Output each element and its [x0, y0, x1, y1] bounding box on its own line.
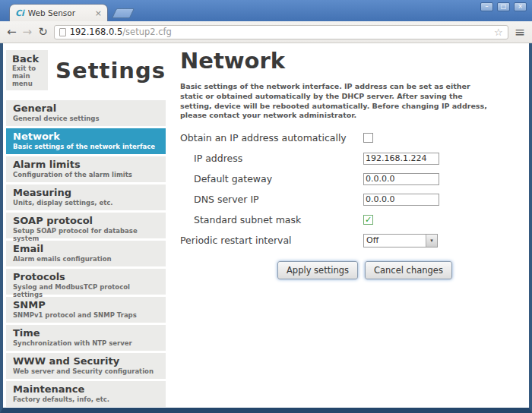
network-settings-panel: Network Basic settings of the network in… — [166, 43, 529, 408]
form-row-dns-server: DNS server IP — [180, 189, 499, 210]
page-description: Basic settings of the network interface.… — [180, 82, 496, 121]
field-label: DNS server IP — [180, 194, 363, 205]
sidebar-item-label: SOAP protocol — [13, 215, 159, 227]
sidebar-item-protocols[interactable]: Protocols Syslog and ModbusTCP protocol … — [6, 269, 166, 295]
sidebar-item-sublabel: Units, display settings, etc. — [13, 199, 159, 206]
bookmark-star-icon[interactable]: ☆ — [494, 27, 503, 38]
ip-address-input[interactable] — [363, 153, 439, 165]
back-sublabel: Exit to main menu — [12, 65, 42, 87]
sidebar-item-email[interactable]: Email Alarm emails configuration — [6, 241, 166, 266]
sidebar-item-sublabel: Web server and Security configuration — [13, 367, 159, 375]
browser-tab[interactable]: Ci Web Sensor × — [9, 4, 108, 21]
sidebar-item-sublabel: Factory defaults, info, etc. — [13, 396, 159, 403]
sidebar-item-network[interactable]: Network Basic settings of the network in… — [6, 128, 166, 154]
reload-icon[interactable]: ↻ — [38, 27, 48, 38]
sidebar-item-label: Time — [13, 327, 159, 339]
field-label: Default gateway — [180, 173, 363, 184]
sidebar-item-time[interactable]: Time Synchronization with NTP server — [6, 325, 166, 351]
default-gateway-input[interactable] — [363, 173, 439, 185]
tab-close-icon[interactable]: × — [95, 9, 102, 17]
sidebar-item-label: SNMP — [13, 299, 159, 311]
new-tab-button[interactable] — [112, 8, 135, 18]
field-label: Periodic restart interval — [180, 235, 363, 246]
sidebar-item-label: Email — [13, 243, 159, 255]
forward-icon[interactable]: → — [23, 27, 33, 38]
back-button[interactable]: Back Exit to main menu — [6, 50, 48, 90]
settings-heading: Settings — [55, 58, 166, 84]
window-controls: – □ × — [480, 2, 527, 11]
dns-server-input[interactable] — [363, 194, 439, 206]
settings-sidebar: Back Exit to main menu Settings General … — [6, 50, 166, 408]
sidebar-item-label: Maintenance — [13, 383, 159, 396]
page-title: Network — [180, 48, 499, 74]
sidebar-item-label: Protocols — [13, 271, 159, 283]
sidebar-item-general[interactable]: General General device settings — [6, 100, 166, 126]
sidebar-item-label: Alarm limits — [13, 159, 159, 171]
address-bar[interactable]: 192.168.0.5/setup2.cfg ☆ — [54, 25, 508, 39]
form-row-subnet-mask: Standard subnet mask ✓ — [180, 210, 499, 230]
browser-window: Ci Web Sensor × – □ × ← → ↻ 192.168.0.5/… — [0, 0, 532, 413]
form-row-obtain-ip: Obtain an IP address automatically — [180, 128, 499, 148]
sidebar-item-maintenance[interactable]: Maintenance Factory defaults, info, etc. — [6, 381, 166, 407]
sidebar-item-sublabel: Syslog and ModbusTCP protocol settings — [13, 283, 159, 298]
field-label: Standard subnet mask — [180, 214, 363, 225]
sidebar-item-www-security[interactable]: WWW and Security Web server and Security… — [6, 353, 166, 379]
chevron-down-icon: ▾ — [426, 235, 437, 247]
titlebar: Ci Web Sensor × – □ × — [0, 0, 532, 21]
maximize-button[interactable]: □ — [497, 2, 510, 11]
back-label: Back — [12, 53, 42, 65]
sidebar-item-sublabel: Configuration of the alarm limits — [13, 171, 159, 178]
sidebar-item-label: General — [13, 102, 159, 115]
tab-title: Web Sensor — [28, 8, 95, 17]
site-favicon-icon: Ci — [15, 8, 24, 18]
cancel-changes-button[interactable]: Cancel changes — [365, 261, 452, 279]
sidebar-item-measuring[interactable]: Measuring Units, display settings, etc. — [6, 184, 166, 210]
apply-settings-button[interactable]: Apply settings — [277, 261, 358, 279]
sidebar-item-label: Measuring — [13, 187, 159, 199]
browser-toolbar: ← → ↻ 192.168.0.5/setup2.cfg ☆ ≡ — [0, 21, 532, 43]
field-label: IP address — [180, 153, 363, 164]
sidebar-header: Back Exit to main menu Settings — [6, 50, 166, 90]
sidebar-item-sublabel: General device settings — [13, 115, 159, 122]
page-content: Back Exit to main menu Settings General … — [0, 43, 532, 413]
sidebar-item-snmp[interactable]: SNMP SNMPv1 protocol and SNMP Traps — [6, 297, 166, 323]
sidebar-item-soap-protocol[interactable]: SOAP protocol Setup SOAP protocol for da… — [6, 213, 166, 238]
sidebar-item-sublabel: Setup SOAP protocol for database system — [13, 227, 159, 242]
form-row-ip-address: IP address — [180, 148, 499, 169]
url-text[interactable]: 192.168.0.5/setup2.cfg — [70, 27, 172, 37]
sidebar-item-label: WWW and Security — [13, 355, 159, 367]
form-buttons: Apply settings Cancel changes — [277, 261, 499, 279]
sidebar-item-alarm-limits[interactable]: Alarm limits Configuration of the alarm … — [6, 156, 166, 182]
obtain-ip-checkbox[interactable] — [363, 133, 373, 143]
select-value: Off — [364, 235, 426, 245]
sidebar-item-sublabel: Synchronization with NTP server — [13, 339, 159, 347]
subnet-mask-checkbox[interactable]: ✓ — [363, 215, 373, 225]
sidebar-item-sublabel: SNMPv1 protocol and SNMP Traps — [13, 311, 159, 319]
sidebar-item-sublabel: Basic settings of the network interface — [13, 143, 159, 150]
url-host: 192.168.0.5 — [70, 27, 123, 37]
restart-interval-select[interactable]: Off ▾ — [363, 234, 438, 247]
url-path: /setup2.cfg — [122, 27, 172, 37]
page-document-icon — [59, 28, 66, 36]
sidebar-item-label: Network — [13, 131, 159, 143]
form-row-default-gateway: Default gateway — [180, 169, 499, 189]
minimize-button[interactable]: – — [480, 2, 493, 11]
browser-menu-icon[interactable]: ≡ — [515, 24, 525, 39]
close-button[interactable]: × — [514, 2, 527, 11]
form-row-restart-interval: Periodic restart interval Off ▾ — [180, 230, 499, 251]
back-icon[interactable]: ← — [7, 27, 17, 38]
sidebar-item-sublabel: Alarm emails configuration — [13, 255, 159, 263]
field-label: Obtain an IP address automatically — [180, 132, 363, 143]
